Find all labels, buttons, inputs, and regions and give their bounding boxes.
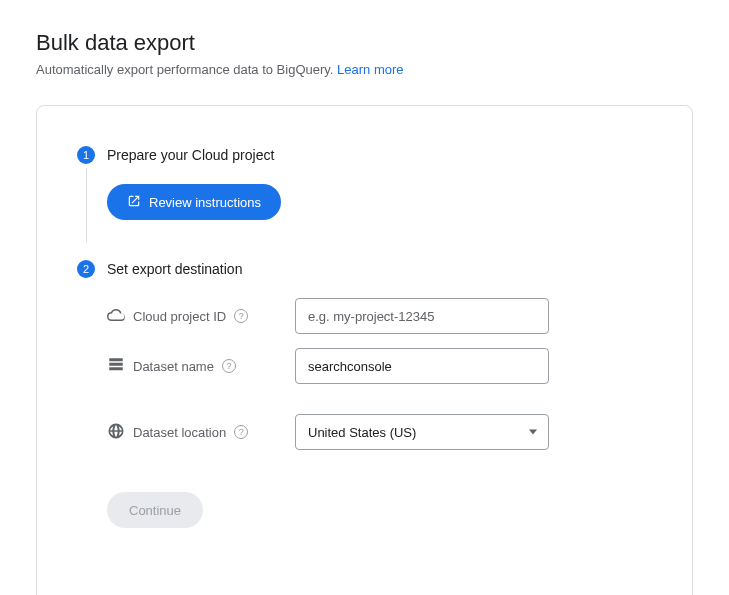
dataset-icon [107,356,125,377]
project-id-input[interactable] [295,298,549,334]
review-instructions-button[interactable]: Review instructions [107,184,281,220]
step-2-badge: 2 [77,260,95,278]
page-title: Bulk data export [36,30,693,56]
step-1-title: Prepare your Cloud project [107,146,652,164]
export-card: 1 Prepare your Cloud project Review inst… [36,105,693,595]
help-icon[interactable]: ? [222,359,236,373]
review-instructions-label: Review instructions [149,195,261,210]
dataset-location-label: Dataset location [133,425,226,440]
step-connector-line [86,168,87,242]
dataset-name-row: Dataset name ? [107,348,652,384]
help-icon[interactable]: ? [234,425,248,439]
dataset-name-input[interactable] [295,348,549,384]
help-icon[interactable]: ? [234,309,248,323]
dataset-name-label: Dataset name [133,359,214,374]
open-in-new-icon [127,194,141,211]
project-id-row: Cloud project ID ? [107,298,652,334]
globe-icon [107,422,125,443]
learn-more-link[interactable]: Learn more [337,62,403,77]
step-set-destination: 2 Set export destination Cloud project I… [77,260,652,528]
step-2-title: Set export destination [107,260,652,278]
step-1-badge: 1 [77,146,95,164]
continue-button[interactable]: Continue [107,492,203,528]
dataset-location-row: Dataset location ? United States (US) [107,414,652,450]
subtitle-text: Automatically export performance data to… [36,62,333,77]
step-prepare-project: 1 Prepare your Cloud project Review inst… [77,146,652,220]
dataset-location-select[interactable]: United States (US) [295,414,549,450]
cloud-icon [107,306,125,327]
project-id-label: Cloud project ID [133,309,226,324]
page-subtitle: Automatically export performance data to… [36,62,693,77]
